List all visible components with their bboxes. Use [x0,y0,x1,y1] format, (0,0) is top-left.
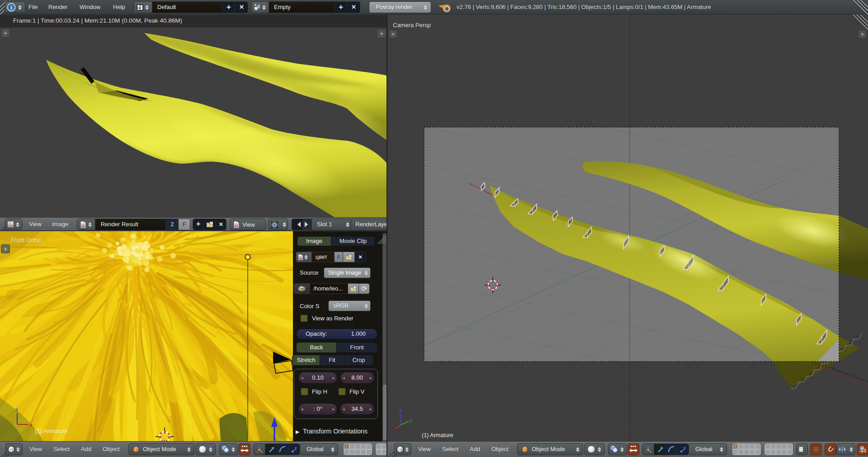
svg-text:(1) Armature: (1) Armature [35,428,67,434]
svg-text:z: z [399,408,401,413]
svg-text:(1) Armature: (1) Armature [422,432,453,438]
svg-text:y: y [410,418,412,423]
svg-text:i: i [10,4,12,10]
svg-text:x: x [30,422,33,428]
svg-text:Front Ortho: Front Ortho [11,237,41,243]
svg-text:z: z [15,407,18,412]
svg-text:Camera Persp: Camera Persp [393,22,431,29]
